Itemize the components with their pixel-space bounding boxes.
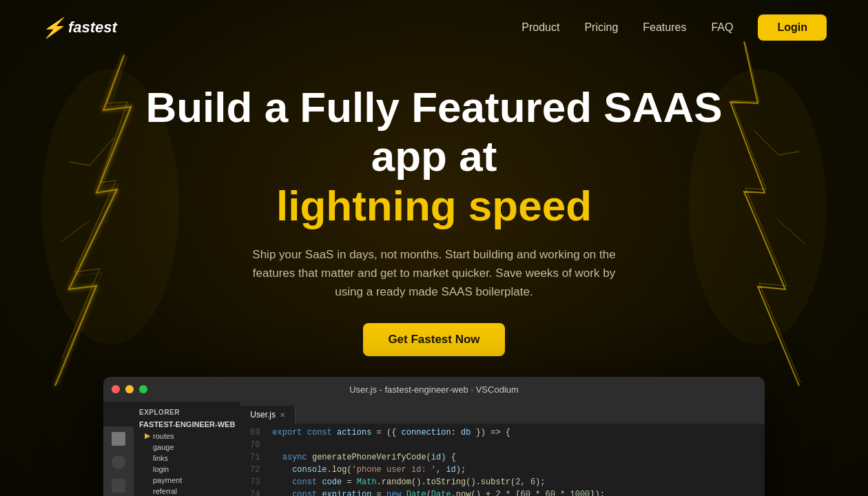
hero-title-line1: Build a Fully Featured SAAS app at <box>145 83 722 180</box>
line-numbers: 6970717273 7475767778 7980818283 8485868… <box>240 424 265 496</box>
code-window: User.js - fastest-engineer-web · VSCodiu… <box>103 377 765 496</box>
logo[interactable]: ⚡ fastest <box>41 17 117 39</box>
explorer-file-links[interactable]: links <box>134 453 240 464</box>
source-control-icon <box>112 479 125 493</box>
tab-label: User.js <box>250 410 276 420</box>
project-name: FASTEST-ENGINEER-WEB <box>134 419 240 430</box>
file-explorer: EXPLORER FASTEST-ENGINEER-WEB ▶ routes g… <box>134 402 240 496</box>
tab-close-icon[interactable]: ✕ <box>280 411 285 419</box>
logo-text: fastest <box>68 19 117 37</box>
minimize-dot <box>125 385 134 393</box>
window-title: User.js - fastest-engineer-web · VSCodiu… <box>349 384 519 395</box>
hero-cta-button[interactable]: Get Fastest Now <box>363 323 504 356</box>
nav-product[interactable]: Product <box>521 21 559 34</box>
files-icon <box>112 432 125 446</box>
code-editor: User.js ✕ 6970717273 7475767778 79808182… <box>240 402 765 496</box>
maximize-dot <box>139 385 147 393</box>
explorer-file-payment[interactable]: payment <box>134 475 240 486</box>
hero-section: Build a Fully Featured SAAS app at light… <box>0 55 868 356</box>
editor-content: 6970717273 7475767778 7980818283 8485868… <box>240 424 765 496</box>
close-dot <box>112 385 120 393</box>
editor-activity-bar <box>103 426 134 496</box>
search-icon <box>112 455 125 469</box>
tab-user-js[interactable]: User.js ✕ <box>240 406 296 424</box>
code-content: export const actions = ({ connection: db… <box>265 424 765 496</box>
hero-title: Build a Fully Featured SAAS app at light… <box>124 83 744 230</box>
logo-icon: ⚡ <box>41 17 65 39</box>
nav-features[interactable]: Features <box>643 21 686 34</box>
explorer-routes-folder[interactable]: ▶ routes <box>134 430 240 442</box>
login-button[interactable]: Login <box>758 14 827 41</box>
navbar: ⚡ fastest Product Pricing Features FAQ L… <box>0 0 868 55</box>
nav-faq[interactable]: FAQ <box>711 21 733 34</box>
nav-links: Product Pricing Features FAQ Login <box>521 14 827 41</box>
hero-title-highlight: lightning speed <box>276 182 592 229</box>
explorer-file-referral[interactable]: referral <box>134 486 240 496</box>
nav-pricing[interactable]: Pricing <box>584 21 618 34</box>
code-body: EXPLORER FASTEST-ENGINEER-WEB ▶ routes g… <box>103 402 765 496</box>
code-titlebar: User.js - fastest-engineer-web · VSCodiu… <box>103 377 765 402</box>
hero-subtitle: Ship your SaaS in days, not months. Star… <box>241 245 627 302</box>
explorer-file-login[interactable]: login <box>134 464 240 475</box>
explorer-title: EXPLORER <box>134 406 240 419</box>
explorer-file-gauge[interactable]: gauge <box>134 442 240 453</box>
editor-tabs: User.js ✕ <box>240 402 765 424</box>
